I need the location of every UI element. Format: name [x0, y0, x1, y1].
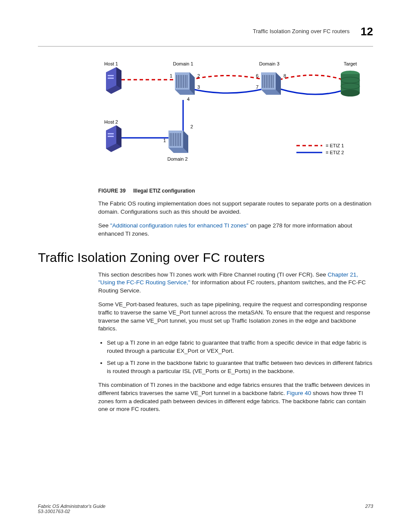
- footer-docnum: 53-1001763-02: [38, 509, 70, 514]
- figure-number: FIGURE 39: [98, 188, 126, 194]
- paragraph-1: The Fabric OS routing implementation doe…: [98, 200, 373, 216]
- bullet-2: Set up a TI zone in the backbone fabric …: [107, 359, 373, 375]
- d2-p1: 1: [163, 138, 166, 143]
- paragraph-5: This combination of TI zones in the back…: [98, 381, 373, 414]
- domain2-label: Domain 2: [167, 156, 187, 162]
- switch-domain2-icon: [168, 131, 188, 153]
- svg-rect-9: [108, 136, 114, 137]
- p2-a: See: [98, 222, 110, 229]
- page-footer: 273 Fabric OS Administrator's Guide 53-1…: [38, 504, 373, 514]
- domain3-label: Domain 3: [259, 61, 279, 66]
- host2-icon: [106, 125, 121, 152]
- svg-marker-11: [175, 72, 190, 90]
- d1-p2: 2: [197, 73, 200, 78]
- chapter-number: 12: [361, 25, 373, 38]
- d3-p8: 8: [283, 73, 286, 78]
- bullet-1: Set up a TI zone in an edge fabric to gu…: [107, 339, 373, 355]
- switch-domain3-icon: [261, 72, 281, 95]
- legend-etiz1: = ETIZ 1: [326, 143, 344, 148]
- header-rule: [38, 46, 373, 47]
- figure-caption: FIGURE 39 Illegal ETIZ configuration: [98, 188, 373, 194]
- header-title: Traffic Isolation Zoning over FC routers: [253, 28, 350, 34]
- svg-marker-31: [261, 72, 276, 90]
- svg-point-42: [341, 90, 360, 96]
- host1-icon: [106, 67, 121, 94]
- d1-p3: 3: [197, 84, 200, 90]
- page-header: Traffic Isolation Zoning over FC routers…: [38, 25, 373, 38]
- host1-label: Host 1: [104, 61, 118, 66]
- d2-p2: 2: [190, 124, 193, 129]
- paragraph-2: See "Additional configuration rules for …: [98, 222, 373, 238]
- link-additional-config-rules[interactable]: "Additional configuration rules for enha…: [110, 222, 249, 229]
- page-number: 273: [365, 504, 373, 509]
- d3-p7: 7: [256, 84, 258, 90]
- host2-label: Host 2: [104, 119, 118, 124]
- p3-a: This section describes how TI zones work…: [98, 271, 327, 278]
- svg-marker-2: [116, 67, 121, 89]
- svg-marker-7: [116, 125, 121, 147]
- domain1-label: Domain 1: [173, 61, 193, 66]
- figure-diagram: Host 1 Host 2: [98, 59, 373, 184]
- d1-p4: 4: [187, 96, 190, 102]
- svg-rect-4: [108, 78, 114, 79]
- bullet-list: Set up a TI zone in an edge fabric to gu…: [98, 339, 373, 376]
- d3-p6: 6: [256, 73, 258, 78]
- section-heading: Traffic Isolation Zoning over FC routers: [38, 250, 373, 265]
- svg-rect-8: [108, 133, 114, 134]
- paragraph-4: Some VE_Port-based features, such as tap…: [98, 301, 373, 333]
- target-icon: [341, 71, 360, 96]
- svg-rect-3: [108, 75, 114, 76]
- paragraph-3: This section describes how TI zones work…: [98, 271, 373, 295]
- legend-etiz2: = ETIZ 2: [326, 150, 344, 155]
- target-label: Target: [344, 61, 357, 66]
- legend: = ETIZ 1 = ETIZ 2: [296, 143, 344, 155]
- footer-guide: Fabric OS Administrator's Guide: [38, 504, 106, 509]
- d1-p1: 1: [170, 73, 172, 78]
- switch-domain1-icon: [175, 72, 195, 95]
- figure-title: Illegal ETIZ configuration: [133, 188, 195, 194]
- link-figure-40[interactable]: Figure 40: [286, 390, 311, 396]
- svg-marker-21: [168, 131, 183, 148]
